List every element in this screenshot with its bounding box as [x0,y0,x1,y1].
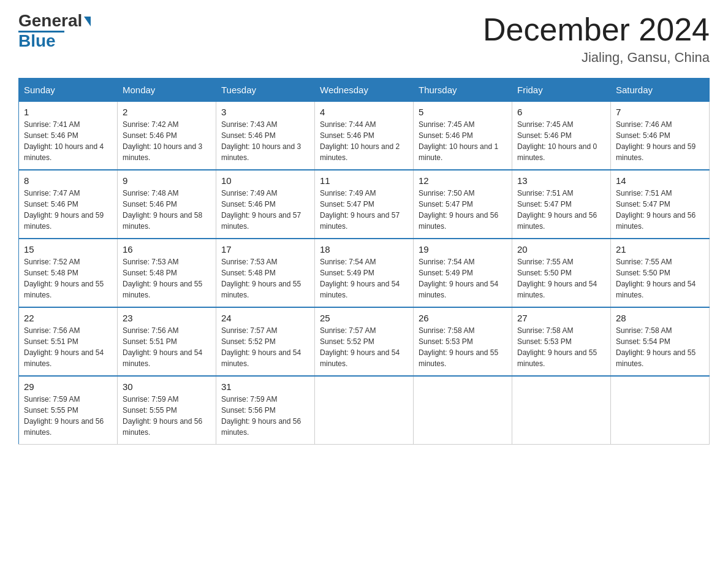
day-number: 30 [123,381,211,392]
day-info: Sunrise: 7:53 AM Sunset: 5:48 PM Dayligh… [123,256,211,301]
sunrise-label: Sunrise: 7:47 AM [24,189,80,197]
day-info: Sunrise: 7:56 AM Sunset: 5:51 PM Dayligh… [24,325,112,369]
sunset-label: Sunset: 5:46 PM [221,200,276,209]
daylight-label: Daylight: 9 hours and 54 minutes. [616,280,696,299]
table-row: 15 Sunrise: 7:52 AM Sunset: 5:48 PM Dayl… [19,239,118,307]
location: Jialing, Gansu, China [483,50,710,66]
table-row: 31 Sunrise: 7:59 AM Sunset: 5:56 PM Dayl… [216,376,315,445]
calendar-week-row: 22 Sunrise: 7:56 AM Sunset: 5:51 PM Dayl… [19,307,710,376]
day-number: 5 [419,107,507,117]
logo-general: General [18,12,82,29]
sunset-label: Sunset: 5:51 PM [123,337,177,346]
day-info: Sunrise: 7:54 AM Sunset: 5:49 PM Dayligh… [419,256,507,301]
table-row: 18 Sunrise: 7:54 AM Sunset: 5:49 PM Dayl… [315,239,414,307]
calendar-table: Sunday Monday Tuesday Wednesday Thursday… [18,78,710,445]
sunset-label: Sunset: 5:47 PM [517,200,572,209]
sunrise-label: Sunrise: 7:52 AM [24,258,80,266]
daylight-label: Daylight: 10 hours and 4 minutes. [24,142,104,162]
table-row: 25 Sunrise: 7:57 AM Sunset: 5:52 PM Dayl… [315,307,414,376]
day-info: Sunrise: 7:47 AM Sunset: 5:46 PM Dayligh… [24,188,112,232]
sunrise-label: Sunrise: 7:45 AM [517,120,573,129]
daylight-label: Daylight: 9 hours and 56 minutes. [517,211,597,231]
table-row [611,376,710,445]
day-number: 24 [221,313,309,323]
table-row: 27 Sunrise: 7:58 AM Sunset: 5:53 PM Dayl… [512,307,611,376]
day-info: Sunrise: 7:57 AM Sunset: 5:52 PM Dayligh… [320,325,408,369]
sunrise-label: Sunrise: 7:55 AM [616,258,672,266]
sunset-label: Sunset: 5:46 PM [419,131,473,140]
day-info: Sunrise: 7:45 AM Sunset: 5:46 PM Dayligh… [517,119,605,163]
day-number: 9 [123,175,211,186]
sunrise-label: Sunrise: 7:41 AM [24,120,80,129]
table-row: 23 Sunrise: 7:56 AM Sunset: 5:51 PM Dayl… [118,307,216,376]
sunset-label: Sunset: 5:47 PM [320,200,374,209]
day-info: Sunrise: 7:41 AM Sunset: 5:46 PM Dayligh… [24,119,112,163]
sunrise-label: Sunrise: 7:58 AM [616,326,672,335]
header-thursday: Thursday [414,79,512,102]
daylight-label: Daylight: 9 hours and 56 minutes. [616,211,696,231]
sunset-label: Sunset: 5:46 PM [616,131,670,140]
day-info: Sunrise: 7:43 AM Sunset: 5:46 PM Dayligh… [221,119,309,163]
sunset-label: Sunset: 5:56 PM [221,406,276,415]
sunset-label: Sunset: 5:46 PM [517,131,572,140]
sunset-label: Sunset: 5:48 PM [123,269,177,277]
day-number: 19 [419,244,507,255]
day-number: 23 [123,313,211,323]
table-row: 17 Sunrise: 7:53 AM Sunset: 5:48 PM Dayl… [216,239,315,307]
day-number: 16 [123,244,211,255]
daylight-label: Daylight: 10 hours and 3 minutes. [221,142,301,162]
calendar-week-row: 15 Sunrise: 7:52 AM Sunset: 5:48 PM Dayl… [19,239,710,307]
day-number: 8 [24,175,112,186]
table-row: 19 Sunrise: 7:54 AM Sunset: 5:49 PM Dayl… [414,239,512,307]
sunset-label: Sunset: 5:46 PM [24,131,78,140]
day-number: 15 [24,244,112,255]
table-row: 5 Sunrise: 7:45 AM Sunset: 5:46 PM Dayli… [414,102,512,170]
sunrise-label: Sunrise: 7:48 AM [123,189,178,197]
day-number: 11 [320,175,408,186]
table-row: 11 Sunrise: 7:49 AM Sunset: 5:47 PM Dayl… [315,170,414,239]
sunset-label: Sunset: 5:54 PM [616,337,670,346]
table-row: 28 Sunrise: 7:58 AM Sunset: 5:54 PM Dayl… [611,307,710,376]
daylight-label: Daylight: 9 hours and 57 minutes. [221,211,301,231]
daylight-label: Daylight: 10 hours and 2 minutes. [320,142,400,162]
sunset-label: Sunset: 5:50 PM [616,269,670,277]
sunset-label: Sunset: 5:48 PM [24,269,78,277]
sunrise-label: Sunrise: 7:56 AM [24,326,80,335]
sunrise-label: Sunrise: 7:54 AM [419,258,474,266]
table-row [315,376,414,445]
calendar-week-row: 29 Sunrise: 7:59 AM Sunset: 5:55 PM Dayl… [19,376,710,445]
calendar-week-row: 8 Sunrise: 7:47 AM Sunset: 5:46 PM Dayli… [19,170,710,239]
sunset-label: Sunset: 5:46 PM [24,200,78,209]
sunset-label: Sunset: 5:49 PM [320,269,374,277]
day-info: Sunrise: 7:55 AM Sunset: 5:50 PM Dayligh… [517,256,605,301]
sunrise-label: Sunrise: 7:51 AM [517,189,573,197]
day-info: Sunrise: 7:59 AM Sunset: 5:55 PM Dayligh… [24,394,112,438]
daylight-label: Daylight: 9 hours and 55 minutes. [24,280,104,299]
daylight-label: Daylight: 9 hours and 59 minutes. [616,142,696,162]
table-row [414,376,512,445]
table-row: 16 Sunrise: 7:53 AM Sunset: 5:48 PM Dayl… [118,239,216,307]
day-number: 25 [320,313,408,323]
day-number: 2 [123,107,211,117]
table-row: 20 Sunrise: 7:55 AM Sunset: 5:50 PM Dayl… [512,239,611,307]
day-info: Sunrise: 7:59 AM Sunset: 5:55 PM Dayligh… [123,394,211,438]
sunrise-label: Sunrise: 7:51 AM [616,189,672,197]
daylight-label: Daylight: 9 hours and 54 minutes. [221,348,301,368]
sunset-label: Sunset: 5:46 PM [123,200,177,209]
day-number: 28 [616,313,704,323]
sunrise-label: Sunrise: 7:56 AM [123,326,178,335]
day-number: 7 [616,107,704,117]
day-info: Sunrise: 7:58 AM Sunset: 5:53 PM Dayligh… [517,325,605,369]
daylight-label: Daylight: 9 hours and 58 minutes. [123,211,202,231]
day-info: Sunrise: 7:44 AM Sunset: 5:46 PM Dayligh… [320,119,408,163]
month-title: December 2024 [483,12,710,47]
sunset-label: Sunset: 5:46 PM [221,131,276,140]
day-info: Sunrise: 7:54 AM Sunset: 5:49 PM Dayligh… [320,256,408,301]
daylight-label: Daylight: 9 hours and 57 minutes. [320,211,400,231]
daylight-label: Daylight: 9 hours and 54 minutes. [517,280,597,299]
sunrise-label: Sunrise: 7:49 AM [221,189,277,197]
table-row: 29 Sunrise: 7:59 AM Sunset: 5:55 PM Dayl… [19,376,118,445]
sunrise-label: Sunrise: 7:49 AM [320,189,376,197]
day-number: 13 [517,175,605,186]
header-tuesday: Tuesday [216,79,315,102]
